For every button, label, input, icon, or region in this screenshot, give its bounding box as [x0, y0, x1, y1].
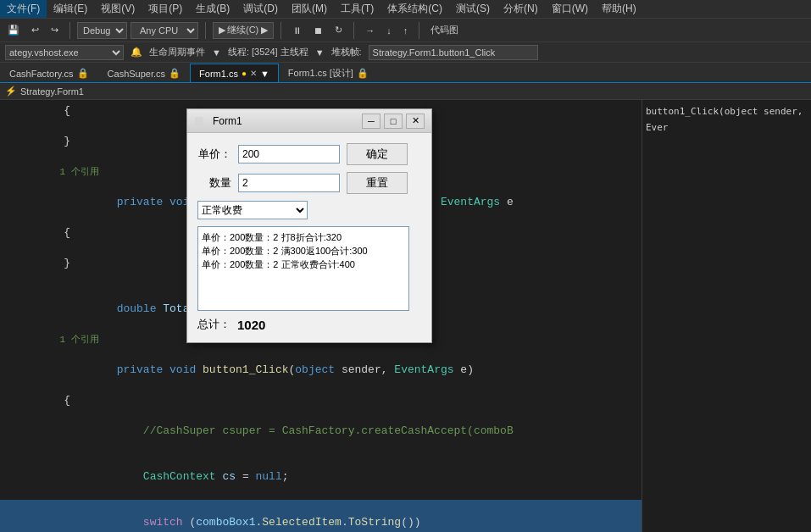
menu-help[interactable]: 帮助(H) — [595, 0, 643, 18]
toolbar-sep-1 — [69, 22, 70, 39]
tab-cashsuper-label: CashSuper.cs — [108, 69, 165, 79]
discount-select[interactable]: 正常收费 满300返100 打8折 — [197, 201, 308, 219]
price-label: 单价： — [197, 147, 231, 162]
step-into-btn[interactable]: ↓ — [382, 23, 396, 38]
cpu-select[interactable]: Any CPU — [131, 22, 198, 39]
menu-tools[interactable]: 工具(T) — [334, 0, 381, 18]
right-panel: button1_Click(object sender, Ever — [642, 100, 811, 532]
code-line-11: private void button1_Click(object sender… — [0, 347, 642, 393]
confirm-btn[interactable]: 确定 — [347, 143, 408, 165]
stack-label: 堆栈帧: — [331, 46, 362, 58]
price-row: 单价： 确定 — [197, 143, 421, 165]
tab-form1-modified: ● — [242, 69, 247, 78]
total-value: 1020 — [237, 318, 265, 332]
breadcrumb: ⚡ Strategy.Form1 — [0, 83, 811, 100]
reset-btn[interactable]: 重置 — [347, 172, 408, 194]
quantity-row: 数量 重置 — [197, 172, 421, 194]
toolbar-sep-2 — [205, 22, 206, 39]
tab-form1-add[interactable]: ▼ — [260, 69, 269, 79]
menu-debug[interactable]: 调试(D) — [236, 0, 285, 18]
quantity-input[interactable] — [238, 174, 340, 192]
dialog-title: Form1 — [213, 115, 362, 127]
menu-analyze[interactable]: 分析(N) — [497, 0, 545, 18]
dialog-body: 单价： 确定 数量 重置 正常收费 满300返100 打8折 — [187, 133, 431, 342]
breadcrumb-path[interactable]: Strategy.Form1 — [20, 86, 84, 97]
tab-cashfactory[interactable]: CashFactory.cs 🔒 — [0, 64, 98, 82]
stop-btn[interactable]: ⏹ — [309, 23, 327, 38]
save-btn[interactable]: 💾 — [3, 22, 24, 38]
menu-build[interactable]: 生成(B) — [189, 0, 236, 18]
tabs-bar: CashFactory.cs 🔒 CashSuper.cs 🔒 Form1.cs… — [0, 63, 811, 83]
tab-form1design-label: Form1.cs [设计] — [288, 67, 353, 80]
quantity-label: 数量 — [197, 175, 231, 191]
menu-bar: 文件(F) 编辑(E) 视图(V) 项目(P) 生成(B) 调试(D) 团队(M… — [0, 0, 811, 19]
play-icon: ▶ — [219, 25, 225, 36]
total-label: 总计： — [197, 317, 231, 332]
restart-btn[interactable]: ↻ — [331, 22, 347, 38]
menu-window[interactable]: 窗口(W) — [545, 0, 595, 18]
tab-form1-label: Form1.cs — [199, 69, 238, 79]
code-line-14: CashContext cs = null; — [0, 454, 642, 500]
toolbar-sep-4 — [353, 22, 354, 39]
right-panel-text: button1_Click(object sender, Ever — [646, 106, 803, 133]
code-line-15: switch (comboBox1.SelectedItem.ToString(… — [0, 500, 642, 532]
tab-cashfactory-label: CashFactory.cs — [9, 69, 74, 79]
menu-team[interactable]: 团队(M) — [285, 0, 334, 18]
thread-label: 线程: [3524] 主线程 — [228, 46, 308, 58]
dialog-controls: ─ □ ✕ — [362, 114, 425, 129]
form1-dialog: ▦ Form1 ─ □ ✕ 单价： 确定 数量 — [186, 108, 432, 343]
tab-form1-close[interactable]: ✕ — [250, 69, 257, 78]
discount-dropdown-row: 正常收费 满300返100 打8折 — [197, 201, 421, 219]
debug-mode-select[interactable]: Debug — [77, 22, 127, 39]
tab-cashsuper[interactable]: CashSuper.cs 🔒 — [98, 64, 190, 82]
lifecycle-icon: 🔔 — [131, 47, 142, 58]
step-out-btn[interactable]: ↑ — [399, 23, 413, 38]
code-map-btn[interactable]: 代码图 — [426, 21, 463, 39]
step-over-btn[interactable]: → — [361, 23, 379, 38]
menu-file[interactable]: 文件(F) — [0, 0, 47, 18]
continue-btn[interactable]: ▶ 继续(C) ▶ — [213, 22, 274, 39]
maximize-btn[interactable]: □ — [384, 114, 403, 129]
undo-btn[interactable]: ↩ — [27, 22, 43, 38]
tab-cashfactory-icon: 🔒 — [77, 68, 89, 79]
redo-btn[interactable]: ↪ — [47, 22, 63, 38]
tab-form1design-icon: 🔒 — [357, 68, 369, 79]
dialog-icon: ▦ — [194, 114, 208, 128]
code-line-12: { — [0, 393, 642, 408]
pause-btn[interactable]: ⏸ — [288, 23, 306, 38]
price-input[interactable] — [238, 145, 340, 163]
menu-test[interactable]: 测试(S) — [449, 0, 497, 18]
menu-view[interactable]: 视图(V) — [94, 0, 142, 18]
menu-edit[interactable]: 编辑(E) — [47, 0, 94, 18]
toolbar-sep-3 — [281, 22, 281, 39]
process-select[interactable]: ategy.vshost.exe — [5, 45, 124, 60]
total-row: 总计： 1020 — [197, 317, 421, 332]
dialog-titlebar: ▦ Form1 ─ □ ✕ — [187, 109, 431, 133]
breadcrumb-icon: ⚡ — [5, 86, 17, 97]
thread-sep: ▼ — [212, 47, 221, 58]
menu-arch[interactable]: 体系结构(C) — [381, 0, 449, 18]
main-area: { } 1 个引用 private void textBox2_TextChan… — [0, 100, 811, 532]
menu-project[interactable]: 项目(P) — [142, 0, 189, 18]
minimize-btn[interactable]: ─ — [362, 114, 381, 129]
toolbar: 💾 ↩ ↪ Debug Any CPU ▶ 继续(C) ▶ ⏸ ⏹ ↻ → ↓ … — [0, 19, 811, 42]
close-btn[interactable]: ✕ — [406, 114, 425, 129]
stack-frame-input[interactable] — [369, 45, 538, 60]
toolbar-sep-5 — [419, 22, 419, 39]
tab-form1design[interactable]: Form1.cs [设计] 🔒 — [279, 64, 378, 82]
log-textarea[interactable]: 单价：200数量：2 打8折合计:320 单价：200数量：2 满300返100… — [197, 226, 409, 311]
tab-cashsuper-icon: 🔒 — [169, 68, 181, 79]
code-line-13: //CashSuper csuper = CashFactory.createC… — [0, 408, 642, 454]
tab-form1[interactable]: Form1.cs ● ✕ ▼ — [190, 64, 279, 82]
stack-sep: ▼ — [315, 47, 325, 58]
lifecycle-label: 生命周期事件 — [149, 46, 205, 58]
target-bar: ategy.vshost.exe 🔔 生命周期事件 ▼ 线程: [3524] 主… — [0, 42, 811, 63]
